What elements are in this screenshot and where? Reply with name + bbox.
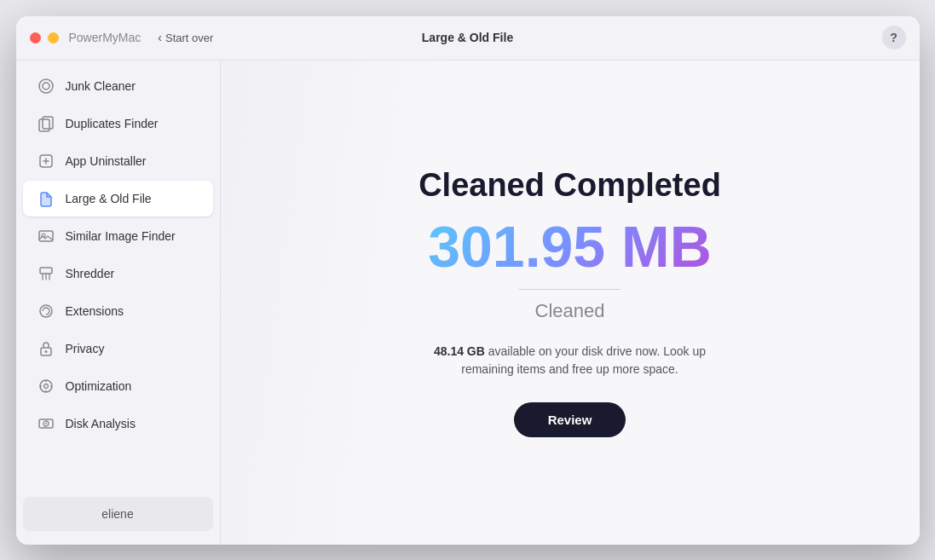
shredder-icon: [37, 264, 55, 283]
sidebar-item-similar-image-finder[interactable]: Similar Image Finder: [23, 218, 213, 254]
sidebar-item-label: Large & Old File: [66, 192, 152, 205]
sidebar-user[interactable]: eliene: [23, 497, 213, 531]
svg-point-0: [39, 79, 53, 93]
sidebar-item-label: Privacy: [66, 342, 105, 355]
sidebar-item-label: Optimization: [66, 379, 132, 393]
sidebar-item-large-old-file[interactable]: Large & Old File: [23, 181, 213, 216]
sidebar-item-extensions[interactable]: Extensions: [23, 293, 213, 329]
optimization-icon: [37, 377, 55, 395]
content-area: Cleaned Completed 301.95 MB Cleaned 48.1…: [221, 61, 920, 545]
sidebar-item-label: Disk Analysis: [66, 417, 136, 430]
review-button[interactable]: Review: [514, 402, 626, 437]
cleaned-amount: 301.95 MB: [428, 217, 712, 275]
app-window: PowerMyMac ‹ Start over Large & Old File…: [16, 16, 920, 545]
svg-rect-2: [39, 119, 49, 131]
svg-point-8: [40, 305, 52, 317]
sidebar-item-label: Duplicates Finder: [66, 117, 159, 130]
main-layout: Junk Cleaner Duplicates Finder: [16, 61, 920, 545]
svg-rect-3: [43, 117, 53, 129]
title-bar: PowerMyMac ‹ Start over Large & Old File…: [16, 16, 920, 61]
sidebar-item-label: Extensions: [66, 304, 124, 318]
cleaned-label: Cleaned: [535, 300, 605, 322]
duplicates-finder-icon: [37, 114, 55, 133]
disk-info-bold: 48.14 GB: [434, 344, 485, 358]
sidebar-item-label: App Uninstaller: [66, 154, 147, 168]
svg-point-12: [43, 384, 48, 388]
sidebar-item-optimization[interactable]: Optimization: [23, 368, 213, 404]
sidebar-item-shredder[interactable]: Shredder: [23, 256, 213, 292]
close-button[interactable]: [30, 32, 41, 43]
svg-point-1: [43, 83, 49, 89]
start-over-button[interactable]: ‹ Start over: [158, 31, 213, 44]
sidebar-item-label: Shredder: [66, 267, 115, 280]
sidebar-item-privacy[interactable]: Privacy: [23, 331, 213, 367]
traffic-lights: [30, 32, 59, 43]
sidebar-item-disk-analysis[interactable]: Disk Analysis: [23, 406, 213, 442]
svg-point-10: [44, 350, 47, 353]
sidebar: Junk Cleaner Duplicates Finder: [16, 61, 221, 545]
help-button[interactable]: ?: [882, 26, 906, 49]
svg-point-11: [40, 380, 52, 392]
similar-image-finder-icon: [37, 227, 55, 245]
sidebar-spacer: [16, 442, 220, 490]
disk-info-body: available on your disk drive now. Look u…: [461, 344, 706, 376]
sidebar-item-label: Junk Cleaner: [66, 79, 136, 93]
diagonal-decoration: [221, 61, 442, 545]
sidebar-item-label: Similar Image Finder: [66, 229, 176, 243]
divider-line: [518, 289, 620, 290]
sidebar-item-app-uninstaller[interactable]: App Uninstaller: [23, 143, 213, 179]
junk-cleaner-icon: [37, 77, 55, 95]
large-old-file-icon: [37, 189, 55, 208]
sidebar-item-junk-cleaner[interactable]: Junk Cleaner: [23, 68, 213, 104]
sidebar-item-duplicates-finder[interactable]: Duplicates Finder: [23, 106, 213, 141]
extensions-icon: [37, 302, 55, 320]
app-uninstaller-icon: [37, 152, 55, 170]
disk-analysis-icon: [37, 414, 55, 433]
chevron-left-icon: ‹: [158, 31, 162, 44]
disk-info-text: 48.14 GB available on your disk drive no…: [433, 343, 706, 378]
minimize-button[interactable]: [48, 32, 59, 43]
main-content: Cleaned Completed 301.95 MB Cleaned 48.1…: [418, 167, 721, 437]
privacy-icon: [37, 339, 55, 358]
cleaned-completed-heading: Cleaned Completed: [418, 167, 721, 204]
svg-rect-5: [39, 231, 53, 241]
svg-rect-7: [40, 268, 52, 274]
app-name-label: PowerMyMac: [69, 31, 141, 44]
title-bar-title: Large & Old File: [422, 31, 513, 44]
svg-point-15: [45, 423, 47, 424]
